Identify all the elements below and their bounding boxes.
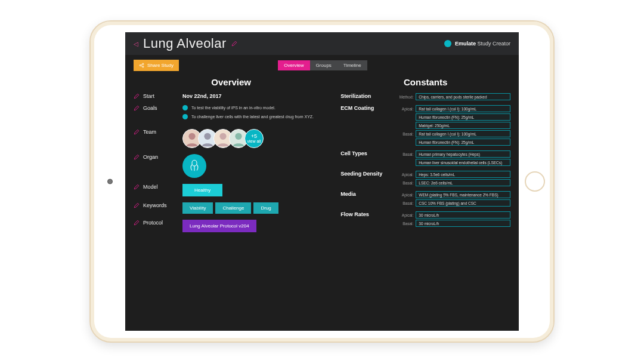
app-screen: ◁ Lung Alveolar Emulate Study Creator Sh… (125, 32, 519, 331)
constants-values: Apical:Rat tail collagen I (col I): 100g… (395, 105, 510, 147)
constants-value[interactable]: Human fibronectin (FN): 25g/mL (416, 113, 510, 121)
label-goals: Goals (143, 105, 157, 111)
constants-group: Cell TypesBasal:Human primary hepatocyte… (340, 150, 510, 167)
svg-point-6 (204, 133, 210, 140)
constants-row: Basal:LSEC: 2e6 cells/mL (395, 179, 510, 186)
constants-values: Apical:30 microL/hBasal:30 microL/h (395, 211, 510, 228)
constants-value[interactable]: LSEC: 2e6 cells/mL (416, 179, 510, 186)
constants-group: SterilizationMethod:Chips, carriers, and… (340, 93, 510, 101)
constants-sublabel: Apical: (395, 213, 413, 217)
svg-point-11 (192, 160, 197, 166)
tab-timeline[interactable]: Timeline (338, 60, 367, 70)
label-protocol: Protocol (143, 220, 163, 226)
constants-sublabel: Basal: (395, 201, 413, 205)
constants-row: Apical:30 microL/h (395, 211, 510, 219)
label-organ: Organ (143, 154, 158, 160)
constants-sublabel: Apical: (395, 173, 413, 177)
constants-value[interactable]: Heps: 3.5e6 cells/mL (416, 171, 510, 178)
constants-value[interactable]: Human fibronectin (FN): 25g/mL (416, 139, 510, 146)
constants-row: Apical:Heps: 3.5e6 cells/mL (395, 171, 510, 178)
edit-title-icon[interactable] (231, 41, 237, 47)
constants-value[interactable]: 30 microL/h (416, 220, 510, 227)
keyword-chip[interactable]: Viability (182, 202, 213, 214)
share-study-button[interactable]: Share Study (134, 60, 179, 71)
constants-row: Human liver sinusoidal endothelial cells… (395, 159, 510, 166)
constants-group: Seeding DensityApical:Heps: 3.5e6 cells/… (340, 171, 510, 187)
constants-label: Cell Types (340, 150, 395, 167)
constants-row: Apical:WEM (plating 5% FBS, maintenance … (395, 191, 510, 198)
label-team: Team (143, 129, 156, 135)
brand: Emulate Study Creator (444, 40, 510, 47)
constants-value[interactable]: WEM (plating 5% FBS, maintenance 2% FBS) (416, 191, 510, 198)
tablet-frame: ◁ Lung Alveolar Emulate Study Creator Sh… (89, 20, 555, 343)
pencil-icon[interactable] (134, 154, 140, 160)
home-button[interactable] (525, 171, 545, 192)
constants-row: Human fibronectin (FN): 25g/mL (395, 139, 510, 146)
organ-icon[interactable] (182, 154, 206, 178)
constants-row: Apical:Rat tail collagen I (col I): 100g… (395, 105, 510, 112)
brand-suffix: Study Creator (477, 41, 510, 47)
constants-values: Apical:Heps: 3.5e6 cells/mLBasal:LSEC: 2… (395, 171, 510, 187)
constants-sublabel: Basal: (395, 152, 413, 156)
overview-heading: Overview (134, 77, 329, 87)
toolbar: Share Study OverviewGroupsTimeline (125, 55, 519, 75)
goal-item: To challenge liver cells with the latest… (182, 114, 329, 119)
constants-value[interactable]: Chips, carriers, and pods sterile packed (416, 93, 510, 100)
constants-value[interactable]: Rat tail collagen I (col I): 100g/mL (416, 105, 510, 112)
constants-row: Basal:Rat tail collagen I (col I): 100g/… (395, 130, 510, 137)
tab-groups[interactable]: Groups (310, 60, 338, 70)
label-start: Start (143, 93, 154, 99)
constants-values: Method:Chips, carriers, and pods sterile… (395, 93, 510, 101)
pencil-icon[interactable] (134, 93, 140, 99)
goal-text: To challenge liver cells with the latest… (191, 114, 314, 119)
keyword-chip[interactable]: Drug (253, 202, 278, 214)
study-title: Lung Alveolar (143, 36, 227, 51)
constants-value[interactable]: Rat tail collagen I (col I): 100g/mL (416, 130, 510, 137)
brand-logo-icon (444, 40, 451, 47)
constants-sublabel: Apical: (395, 193, 413, 197)
constants-sublabel: Method: (395, 95, 413, 99)
start-date: Nov 22nd, 2017 (182, 93, 329, 99)
label-model: Model (143, 184, 158, 190)
tab-overview[interactable]: Overview (278, 60, 309, 70)
share-icon (139, 63, 144, 68)
protocol-chip[interactable]: Lung Alveolar Protocol v204 (182, 220, 256, 232)
constants-heading: Constants (340, 77, 510, 87)
constants-label: Sterilization (340, 93, 395, 101)
constants-value[interactable]: Human primary hepatocytes (Heps) (416, 150, 510, 158)
constants-sublabel: Basal: (395, 132, 413, 136)
svg-point-10 (235, 133, 242, 140)
pencil-icon[interactable] (134, 184, 140, 190)
constants-values: Apical:WEM (plating 5% FBS, maintenance … (395, 191, 510, 208)
svg-point-0 (140, 64, 141, 66)
goal-text: To test the viability of iPS in an in-vi… (191, 105, 275, 110)
constants-label: ECM Coating (340, 105, 395, 147)
constants-value[interactable]: CSC 10% FBS (plating) and CSC (416, 199, 510, 207)
constants-label: Media (340, 191, 395, 208)
constants-row: Basal:CSC 10% FBS (plating) and CSC (395, 199, 510, 207)
pencil-icon[interactable] (134, 220, 140, 226)
goals-list: To test the viability of iPS in an in-vi… (182, 105, 329, 123)
constants-group: Flow RatesApical:30 microL/hBasal:30 mic… (340, 211, 510, 228)
constants-sublabel: Basal: (395, 181, 413, 185)
svg-point-2 (143, 66, 144, 67)
keyword-chip[interactable]: Challenge (215, 202, 251, 214)
constants-sublabel: Basal: (395, 222, 413, 226)
constants-value[interactable]: Human liver sinusoidal endothelial cells… (416, 159, 510, 166)
constants-value[interactable]: 30 microL/h (416, 211, 510, 219)
keywords-list: ViabilityChallengeDrug (182, 202, 329, 214)
model-chip[interactable]: Healthy (182, 184, 222, 196)
team-more-label: view all (247, 139, 261, 143)
bullet-icon (182, 105, 188, 110)
team-view-all-button[interactable]: +5 view all (244, 129, 264, 148)
label-keywords: Keywords (143, 202, 167, 208)
pencil-icon[interactable] (134, 105, 140, 111)
constants-value[interactable]: Matrigel: 250g/mL (416, 122, 510, 129)
bullet-icon (182, 114, 188, 119)
constants-group: ECM CoatingApical:Rat tail collagen I (c… (340, 105, 510, 147)
pencil-icon[interactable] (134, 202, 140, 208)
pencil-icon[interactable] (134, 129, 140, 135)
back-icon[interactable]: ◁ (134, 41, 138, 47)
goal-item: To test the viability of iPS in an in-vi… (182, 105, 329, 110)
constants-values: Basal:Human primary hepatocytes (Heps)Hu… (395, 150, 510, 167)
